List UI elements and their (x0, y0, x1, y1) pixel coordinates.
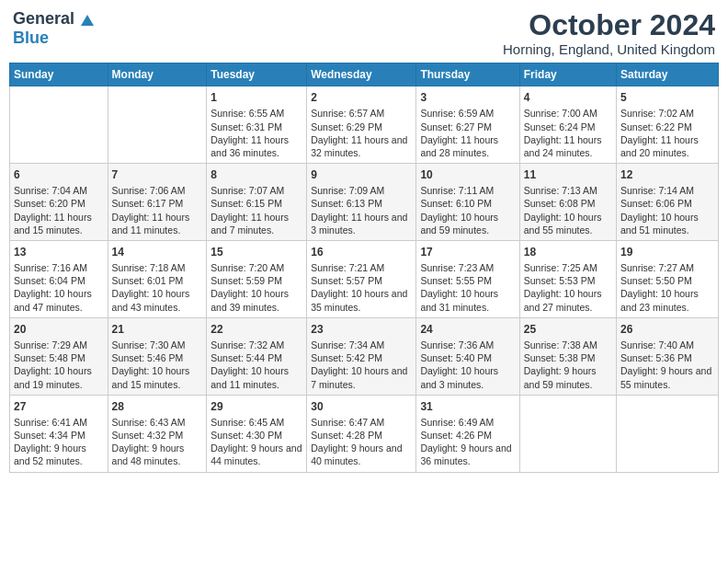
calendar-cell (10, 86, 108, 164)
day-info: Daylight: 9 hours and 40 minutes. (311, 442, 412, 467)
day-info: Daylight: 11 hours and 20 minutes. (620, 133, 714, 159)
calendar-cell: 15Sunrise: 7:20 AMSunset: 5:59 PMDayligh… (207, 240, 307, 317)
day-info: Sunset: 5:48 PM (14, 351, 104, 364)
day-number: 20 (14, 322, 104, 337)
day-info: Sunrise: 7:40 AM (620, 339, 714, 351)
column-header-saturday: Saturday (617, 63, 719, 86)
day-info: Sunset: 6:20 PM (14, 197, 104, 210)
logo: General Blue (13, 9, 94, 48)
day-number: 18 (524, 245, 612, 259)
day-info: Sunset: 5:42 PM (311, 351, 412, 364)
day-number: 5 (620, 90, 714, 105)
day-info: Sunset: 4:26 PM (420, 429, 515, 442)
day-info: Sunrise: 7:07 AM (210, 184, 302, 197)
day-number: 19 (620, 245, 714, 259)
calendar-cell (108, 86, 207, 164)
day-number: 21 (112, 322, 203, 337)
day-number: 3 (420, 90, 515, 105)
day-info: Daylight: 11 hours and 15 minutes. (14, 211, 104, 236)
day-number: 4 (524, 90, 612, 105)
calendar-cell: 12Sunrise: 7:14 AMSunset: 6:06 PMDayligh… (617, 164, 719, 241)
column-header-sunday: Sunday (10, 63, 108, 86)
day-info: Sunset: 6:22 PM (620, 121, 714, 133)
day-info: Daylight: 11 hours and 28 minutes. (420, 133, 515, 159)
month-title: October 2024 (503, 9, 715, 41)
day-info: Sunset: 5:46 PM (112, 351, 203, 364)
calendar-cell: 23Sunrise: 7:34 AMSunset: 5:42 PMDayligh… (307, 317, 416, 395)
day-info: Sunrise: 6:41 AM (14, 416, 104, 429)
day-info: Daylight: 11 hours and 36 minutes. (210, 133, 302, 159)
column-header-thursday: Thursday (416, 63, 519, 86)
calendar-cell: 24Sunrise: 7:36 AMSunset: 5:40 PMDayligh… (416, 317, 519, 395)
calendar-table: SundayMondayTuesdayWednesdayThursdayFrid… (9, 63, 719, 472)
day-info: Daylight: 10 hours and 31 minutes. (420, 287, 515, 313)
day-info: Daylight: 10 hours and 11 minutes. (210, 364, 302, 390)
day-number: 24 (420, 322, 515, 337)
location: Horning, England, United Kingdom (503, 41, 715, 57)
day-info: Sunset: 6:06 PM (620, 197, 714, 210)
day-number: 26 (620, 322, 714, 337)
calendar-cell: 22Sunrise: 7:32 AMSunset: 5:44 PMDayligh… (207, 317, 307, 395)
calendar-cell: 8Sunrise: 7:07 AMSunset: 6:15 PMDaylight… (207, 164, 307, 241)
day-number: 25 (524, 322, 612, 337)
day-info: Sunset: 5:38 PM (524, 351, 612, 364)
calendar-cell: 19Sunrise: 7:27 AMSunset: 5:50 PMDayligh… (617, 240, 719, 317)
calendar-cell (617, 395, 719, 472)
column-header-wednesday: Wednesday (307, 63, 416, 86)
day-info: Sunrise: 7:20 AM (210, 261, 302, 274)
day-number: 15 (210, 245, 302, 259)
day-number: 22 (210, 322, 302, 337)
day-number: 6 (14, 167, 104, 182)
calendar-cell: 28Sunrise: 6:43 AMSunset: 4:32 PMDayligh… (108, 395, 207, 472)
day-info: Sunset: 6:01 PM (112, 274, 203, 287)
calendar-cell: 10Sunrise: 7:11 AMSunset: 6:10 PMDayligh… (416, 164, 519, 241)
calendar-cell: 6Sunrise: 7:04 AMSunset: 6:20 PMDaylight… (10, 164, 108, 241)
calendar-cell: 1Sunrise: 6:55 AMSunset: 6:31 PMDaylight… (207, 86, 307, 164)
day-number: 7 (112, 167, 203, 182)
calendar-cell: 5Sunrise: 7:02 AMSunset: 6:22 PMDaylight… (617, 86, 719, 164)
day-info: Sunrise: 7:16 AM (14, 261, 104, 274)
calendar-cell: 26Sunrise: 7:40 AMSunset: 5:36 PMDayligh… (617, 317, 719, 395)
day-info: Sunrise: 7:23 AM (420, 261, 515, 274)
logo-blue: Blue (13, 29, 49, 48)
day-info: Daylight: 10 hours and 55 minutes. (524, 211, 612, 236)
day-info: Sunset: 5:53 PM (524, 274, 612, 287)
day-info: Daylight: 10 hours and 7 minutes. (311, 364, 412, 390)
day-info: Sunrise: 7:09 AM (311, 184, 412, 197)
day-number: 12 (620, 167, 714, 182)
day-number: 13 (14, 245, 104, 259)
day-info: Sunset: 6:24 PM (524, 121, 612, 133)
day-number: 29 (210, 399, 302, 414)
day-number: 9 (311, 167, 412, 182)
day-info: Sunrise: 7:02 AM (620, 107, 714, 120)
day-info: Sunrise: 7:27 AM (620, 261, 714, 274)
day-number: 11 (524, 167, 612, 182)
calendar-cell: 2Sunrise: 6:57 AMSunset: 6:29 PMDaylight… (307, 86, 416, 164)
day-number: 28 (112, 399, 203, 414)
day-info: Sunrise: 7:00 AM (524, 107, 612, 120)
column-header-tuesday: Tuesday (207, 63, 307, 86)
calendar-cell: 18Sunrise: 7:25 AMSunset: 5:53 PMDayligh… (519, 240, 616, 317)
calendar-cell: 20Sunrise: 7:29 AMSunset: 5:48 PMDayligh… (10, 317, 108, 395)
calendar-cell: 9Sunrise: 7:09 AMSunset: 6:13 PMDaylight… (307, 164, 416, 241)
day-number: 30 (311, 399, 412, 414)
day-info: Daylight: 10 hours and 39 minutes. (210, 287, 302, 313)
day-info: Sunrise: 6:55 AM (210, 107, 302, 120)
calendar-cell: 13Sunrise: 7:16 AMSunset: 6:04 PMDayligh… (10, 240, 108, 317)
day-info: Sunset: 4:34 PM (14, 429, 104, 442)
day-info: Daylight: 11 hours and 7 minutes. (210, 211, 302, 236)
day-info: Daylight: 9 hours and 44 minutes. (210, 442, 302, 467)
day-info: Sunrise: 7:18 AM (112, 261, 203, 274)
day-info: Sunset: 5:59 PM (210, 274, 302, 287)
day-info: Sunset: 6:10 PM (420, 197, 515, 210)
day-info: Sunset: 5:44 PM (210, 351, 302, 364)
calendar-cell: 14Sunrise: 7:18 AMSunset: 6:01 PMDayligh… (108, 240, 207, 317)
day-info: Daylight: 9 hours and 52 minutes. (14, 442, 104, 467)
day-info: Sunrise: 6:59 AM (420, 107, 515, 120)
calendar-cell: 25Sunrise: 7:38 AMSunset: 5:38 PMDayligh… (519, 317, 616, 395)
day-info: Sunset: 5:36 PM (620, 351, 714, 364)
day-info: Daylight: 11 hours and 32 minutes. (311, 133, 412, 159)
day-info: Sunset: 6:31 PM (210, 121, 302, 133)
calendar-cell: 3Sunrise: 6:59 AMSunset: 6:27 PMDaylight… (416, 86, 519, 164)
day-info: Sunrise: 7:38 AM (524, 339, 612, 351)
